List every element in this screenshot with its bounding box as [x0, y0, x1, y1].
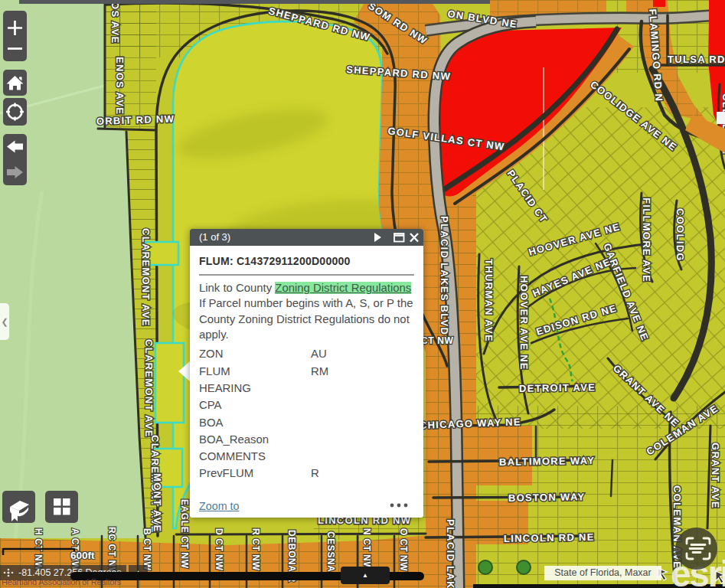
- svg-text:BOSTON WAY: BOSTON WAY: [508, 491, 586, 504]
- svg-text:HOOVER AVE NE: HOOVER AVE NE: [518, 276, 530, 371]
- svg-text:N CT NW: N CT NW: [361, 528, 372, 571]
- svg-text:THURMAN AVE: THURMAN AVE: [483, 259, 495, 342]
- svg-text:DETROIT AVE: DETROIT AVE: [519, 381, 596, 394]
- svg-text:CLAREMONT AVE: CLAREMONT AVE: [140, 228, 152, 327]
- svg-text:D CT NW: D CT NW: [214, 528, 224, 571]
- svg-text:R CT NW: R CT NW: [250, 528, 261, 571]
- svg-text:ENOS AVE: ENOS AVE: [114, 57, 126, 115]
- svg-text:BALTIMORE WAY: BALTIMORE WAY: [499, 455, 595, 468]
- svg-text:COOLIDG: COOLIDG: [674, 208, 686, 262]
- svg-text:O CT NW: O CT NW: [398, 528, 409, 571]
- svg-text:OS AVE: OS AVE: [109, 2, 121, 44]
- svg-text:LINCOLN RD NE: LINCOLN RD NE: [504, 531, 595, 544]
- svg-text:TULSA RD: TULSA RD: [668, 54, 725, 65]
- svg-text:EAGLE CT NW: EAGLE CT NW: [179, 499, 190, 569]
- svg-text:MONT AVE: MONT AVE: [152, 473, 163, 533]
- svg-text:FILLMORE AVE: FILLMORE AVE: [641, 198, 652, 283]
- svg-text:CESSNA: CESSNA: [325, 531, 336, 573]
- svg-text:PLACID LAKES: PLACID LAKES: [445, 519, 456, 588]
- svg-text:CLAREMONT AVE: CLAREMONT AVE: [143, 339, 155, 438]
- svg-text:GRANT AVE: GRANT AVE: [710, 443, 721, 509]
- svg-text:PLACID LAKES BLVD: PLACID LAKES BLVD: [439, 216, 450, 335]
- svg-text:CT NW: CT NW: [421, 335, 453, 346]
